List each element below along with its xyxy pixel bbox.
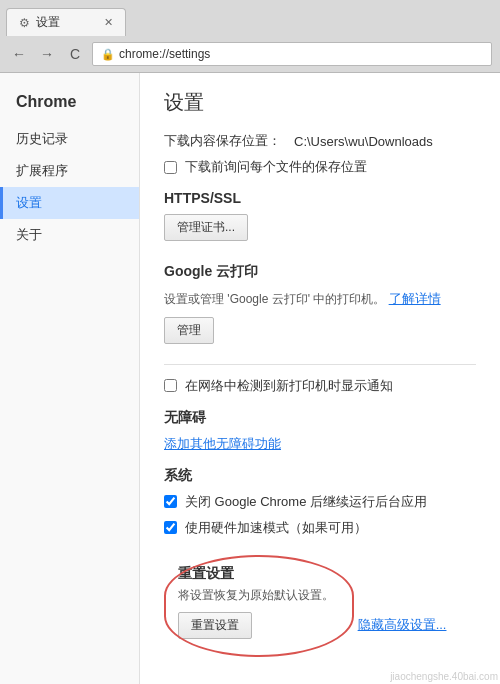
- notify-printer-checkbox[interactable]: [164, 379, 177, 392]
- hide-advanced-container: 隐藏高级设置...: [358, 616, 447, 634]
- bg-run-checkbox[interactable]: [164, 495, 177, 508]
- sidebar-item-extensions[interactable]: 扩展程序: [0, 155, 139, 187]
- hardware-accel-checkbox[interactable]: [164, 521, 177, 534]
- address-bar: ← → C 🔒 chrome://settings: [0, 36, 500, 72]
- download-label: 下载内容保存位置：: [164, 132, 294, 150]
- reset-title: 重置设置: [178, 565, 334, 583]
- watermark: jiaochengshe.40bai.com: [390, 671, 498, 682]
- google-cloud-title: Google 云打印: [164, 263, 476, 281]
- accessibility-title: 无障碍: [164, 409, 476, 427]
- browser-chrome: ⚙ 设置 ✕ ← → C 🔒 chrome://settings: [0, 0, 500, 73]
- notify-printer-label: 在网络中检测到新打印机时显示通知: [185, 377, 393, 395]
- address-input[interactable]: 🔒 chrome://settings: [92, 42, 492, 66]
- address-text: chrome://settings: [119, 47, 210, 61]
- sidebar: Chrome 历史记录 扩展程序 设置 关于: [0, 73, 140, 684]
- hardware-accel-label: 使用硬件加速模式（如果可用）: [185, 519, 367, 537]
- reset-section: 重置设置 将设置恢复为原始默认设置。 重置设置: [164, 555, 354, 657]
- google-cloud-desc-plain: 设置或管理 'Google 云打印' 中的打印机。: [164, 292, 385, 306]
- learn-more-link[interactable]: 了解详情: [389, 291, 441, 306]
- manage-button[interactable]: 管理: [164, 317, 214, 344]
- reset-desc: 将设置恢复为原始默认设置。: [178, 587, 334, 604]
- system-title: 系统: [164, 467, 476, 485]
- sidebar-item-history[interactable]: 历史记录: [0, 123, 139, 155]
- google-cloud-desc: 设置或管理 'Google 云打印' 中的打印机。 了解详情: [164, 289, 476, 309]
- sidebar-item-about[interactable]: 关于: [0, 219, 139, 251]
- download-location-row: 下载内容保存位置： C:\Users\wu\Downloads: [164, 132, 476, 150]
- hardware-accel-row: 使用硬件加速模式（如果可用）: [164, 519, 476, 537]
- divider-1: [164, 364, 476, 365]
- ask-each-time-label: 下载前询问每个文件的保存位置: [185, 158, 367, 176]
- ask-each-time-checkbox[interactable]: [164, 161, 177, 174]
- settings-tab-title: 设置: [36, 14, 60, 31]
- settings-tab[interactable]: ⚙ 设置 ✕: [6, 8, 126, 36]
- settings-content: 设置 下载内容保存位置： C:\Users\wu\Downloads 下载前询问…: [140, 73, 500, 684]
- forward-button[interactable]: →: [36, 43, 58, 65]
- ask-each-time-row: 下载前询问每个文件的保存位置: [164, 158, 476, 176]
- notify-printer-row: 在网络中检测到新打印机时显示通知: [164, 377, 476, 395]
- tab-close-button[interactable]: ✕: [104, 16, 113, 29]
- bg-run-label: 关闭 Google Chrome 后继续运行后台应用: [185, 493, 427, 511]
- refresh-button[interactable]: C: [64, 43, 86, 65]
- sidebar-item-settings[interactable]: 设置: [0, 187, 139, 219]
- browser-body: Chrome 历史记录 扩展程序 设置 关于 设置 下载内容保存位置： C:\U…: [0, 73, 500, 684]
- https-section-title: HTTPS/SSL: [164, 190, 476, 206]
- reset-button[interactable]: 重置设置: [178, 612, 252, 639]
- add-accessibility-link[interactable]: 添加其他无障碍功能: [164, 436, 281, 451]
- lock-icon: 🔒: [101, 48, 115, 61]
- manage-cert-button[interactable]: 管理证书...: [164, 214, 248, 241]
- tab-bar: ⚙ 设置 ✕: [0, 0, 500, 36]
- sidebar-brand: Chrome: [0, 89, 139, 123]
- download-path: C:\Users\wu\Downloads: [294, 134, 433, 149]
- hide-advanced-link[interactable]: 隐藏高级设置...: [358, 617, 447, 632]
- page-title: 设置: [164, 89, 476, 116]
- settings-tab-icon: ⚙: [19, 16, 30, 30]
- bg-run-row: 关闭 Google Chrome 后继续运行后台应用: [164, 493, 476, 511]
- back-button[interactable]: ←: [8, 43, 30, 65]
